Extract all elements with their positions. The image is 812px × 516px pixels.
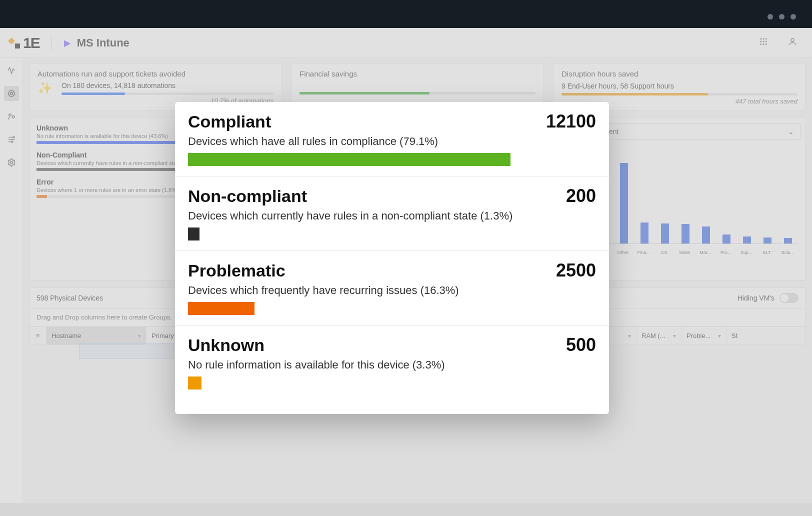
svg-point-14 xyxy=(13,136,14,138)
department-select[interactable]: Department ⌄ xyxy=(576,123,800,140)
apps-grid-icon[interactable] xyxy=(759,37,768,48)
compliance-popover: Compliant 12100 Devices which have all r… xyxy=(175,102,609,414)
card-title: Financial savings xyxy=(300,70,536,78)
filter-icon[interactable]: ▾ xyxy=(673,332,676,340)
svg-point-0 xyxy=(760,38,762,40)
nav-activity-icon[interactable] xyxy=(4,63,19,78)
automations-bar xyxy=(62,92,274,95)
popover-title: Non-compliant xyxy=(188,186,307,206)
svg-point-13 xyxy=(12,116,14,118)
x-tick: Other xyxy=(616,250,630,255)
popover-bar xyxy=(188,228,596,240)
hide-vm-toggle[interactable] xyxy=(780,293,798,303)
disruption-line: 9 End-User hours, 58 Support hours xyxy=(562,82,798,90)
card-title: Automations run and support tickets avoi… xyxy=(38,70,274,78)
topbar: 1E ▶ MS Intune xyxy=(0,28,812,58)
logo-shape xyxy=(15,44,20,48)
popover-row[interactable]: Compliant 12100 Devices which have all r… xyxy=(175,102,609,176)
bar[interactable] xyxy=(722,234,730,244)
svg-point-15 xyxy=(12,141,13,142)
svg-point-11 xyxy=(10,92,12,95)
svg-point-4 xyxy=(763,41,764,42)
row-menu-icon[interactable]: ≡ xyxy=(30,327,46,344)
popover-row[interactable]: Non-compliant 200 Devices which currentl… xyxy=(175,176,609,251)
card-title: Disruption hours saved xyxy=(562,70,798,78)
popover-row[interactable]: Problematic 2500 Devices which frequentl… xyxy=(175,251,609,326)
svg-point-1 xyxy=(763,38,764,40)
nav-people-icon[interactable] xyxy=(4,109,19,124)
wand-icon: ✨ xyxy=(38,81,52,95)
svg-point-3 xyxy=(760,41,762,42)
popover-value: 2500 xyxy=(556,260,596,281)
x-tick: Pro... xyxy=(718,250,734,255)
svg-point-5 xyxy=(766,41,767,42)
svg-point-12 xyxy=(8,114,11,116)
popover-bar xyxy=(188,302,596,315)
bar[interactable] xyxy=(784,238,792,244)
popover-value: 200 xyxy=(566,186,596,206)
logo-shape xyxy=(8,37,15,44)
svg-point-10 xyxy=(8,90,14,96)
bar[interactable] xyxy=(620,163,628,244)
user-icon[interactable] xyxy=(788,37,797,48)
bar[interactable] xyxy=(743,236,751,244)
financial-bar xyxy=(300,92,536,94)
window-titlebar xyxy=(0,0,812,28)
col-st[interactable]: St xyxy=(726,327,752,344)
play-icon: ▶ xyxy=(64,38,71,48)
window-dot xyxy=(790,14,796,20)
svg-point-7 xyxy=(763,44,764,45)
svg-point-2 xyxy=(766,38,767,40)
x-tick: Sup... xyxy=(739,250,754,255)
popover-desc: Devices which currently have rules in a … xyxy=(188,210,596,222)
popover-desc: Devices which frequently have recurring … xyxy=(188,284,596,297)
window-dot xyxy=(768,14,773,20)
window-dots xyxy=(768,14,796,20)
x-tick: Fina... xyxy=(636,250,651,255)
left-nav xyxy=(0,58,23,503)
col-ram[interactable]: RAM (...▾ xyxy=(636,327,682,344)
popover-bar xyxy=(188,153,596,166)
popover-bar xyxy=(188,376,596,390)
divider xyxy=(52,36,52,50)
nav-settings-icon[interactable] xyxy=(4,155,19,170)
popover-title: Unknown xyxy=(188,336,264,355)
page-title: MS Intune xyxy=(77,36,130,50)
svg-point-6 xyxy=(760,44,762,45)
x-tick: Mar... xyxy=(698,250,712,255)
svg-point-16 xyxy=(10,162,12,164)
col-problem[interactable]: Proble...▾ xyxy=(682,327,726,344)
filter-icon[interactable]: ▾ xyxy=(138,332,141,340)
filter-icon[interactable]: ▾ xyxy=(718,332,721,340)
disruption-bar xyxy=(562,93,798,96)
x-tick: CS xyxy=(656,250,672,255)
bar[interactable] xyxy=(764,238,772,244)
nav-target-icon[interactable] xyxy=(4,86,19,101)
popover-desc: Devices which have all rules in complian… xyxy=(188,135,596,148)
automations-line: On 180 devices, 14,818 automations xyxy=(62,82,274,90)
device-count: 598 Physical Devices xyxy=(36,294,103,302)
popover-desc: No rule information is available for thi… xyxy=(188,358,596,372)
nav-sliders-icon[interactable] xyxy=(4,132,19,147)
svg-point-8 xyxy=(766,44,767,45)
bar[interactable] xyxy=(702,226,710,244)
chevron-down-icon: ⌄ xyxy=(788,128,794,136)
hostname-filter-ghost[interactable] xyxy=(79,343,174,359)
popover-title: Compliant xyxy=(188,112,271,132)
popover-title: Problematic xyxy=(188,261,286,280)
brand-text: 1E xyxy=(23,34,40,52)
x-tick: ELT xyxy=(760,250,774,255)
col-hostname[interactable]: Hostname▾ xyxy=(46,327,146,344)
department-chart: Engi...OtherFina...CSSalesMar...Pro...Su… xyxy=(576,143,800,257)
popover-value: 12100 xyxy=(546,111,596,132)
filter-icon[interactable]: ▾ xyxy=(628,332,631,340)
window-dot xyxy=(779,14,784,20)
hide-vm-label: Hiding VM's xyxy=(738,294,774,302)
brand-logo[interactable]: 1E xyxy=(9,34,40,52)
svg-point-9 xyxy=(791,38,794,42)
bar[interactable] xyxy=(640,222,648,244)
bar[interactable] xyxy=(682,224,690,244)
x-tick: Solu... xyxy=(780,250,795,255)
bar[interactable] xyxy=(661,224,669,244)
popover-row[interactable]: Unknown 500 No rule information is avail… xyxy=(175,326,609,400)
